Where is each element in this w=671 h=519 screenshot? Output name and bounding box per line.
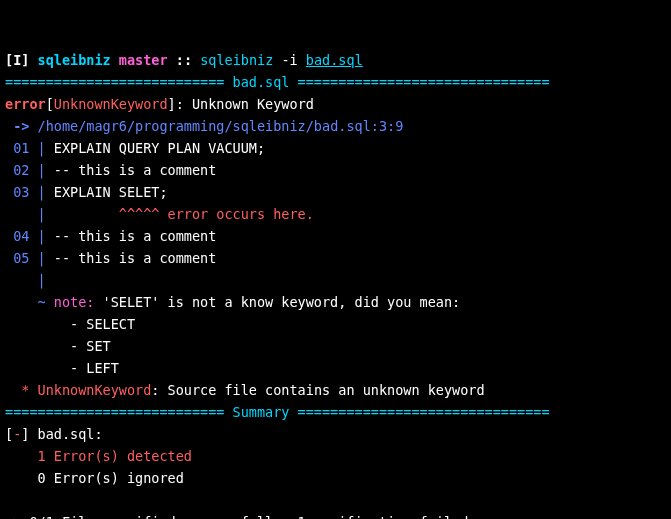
source-line-05: 05 | -- this is a comment <box>5 250 216 266</box>
source-line-04: 04 | -- this is a comment <box>5 228 216 244</box>
command-flag: -i <box>281 52 297 68</box>
cwd: sqleibniz <box>38 52 111 68</box>
file-header-rule: =========================== bad.sql ====… <box>5 74 550 90</box>
git-branch: master <box>119 52 168 68</box>
note-line: ~ note: 'SELET' is not a know keyword, d… <box>5 294 460 310</box>
prompt-line-1: [I] sqleibniz master :: sqleibniz -i bad… <box>5 52 363 68</box>
suggestion-3: - LEFT <box>5 360 119 376</box>
errors-ignored: 0 Error(s) ignored <box>5 470 184 486</box>
prompt-sep: :: <box>176 52 192 68</box>
source-line-01: 01 | EXPLAIN QUERY PLAN VACUUM; <box>5 140 265 156</box>
source-line-02: 02 | -- this is a comment <box>5 162 216 178</box>
terminal[interactable]: [I] sqleibniz master :: sqleibniz -i bad… <box>5 49 666 519</box>
error-caret-line: | ^^^^^ error occurs here. <box>5 206 314 222</box>
summary-rule: =========================== Summary ====… <box>5 404 550 420</box>
suggestion-2: - SET <box>5 338 111 354</box>
final-result: => 0/1 Files verified successfully, 1 ve… <box>5 514 476 519</box>
source-blank-line: | <box>5 272 46 288</box>
error-summary-line: * UnknownKeyword: Source file contains a… <box>5 382 485 398</box>
error-header: error[UnknownKeyword]: Unknown Keyword <box>5 96 314 112</box>
vi-mode: [I] <box>5 52 29 68</box>
errors-detected: 1 Error(s) detected <box>5 448 192 464</box>
summary-file-line: [-] bad.sql: <box>5 426 103 442</box>
command-name: sqleibniz <box>200 52 273 68</box>
source-line-03: 03 | EXPLAIN SELET; <box>5 184 168 200</box>
suggestion-1: - SELECT <box>5 316 135 332</box>
command-arg: bad.sql <box>306 52 363 68</box>
error-location: -> /home/magr6/programming/sqleibniz/bad… <box>5 118 403 134</box>
